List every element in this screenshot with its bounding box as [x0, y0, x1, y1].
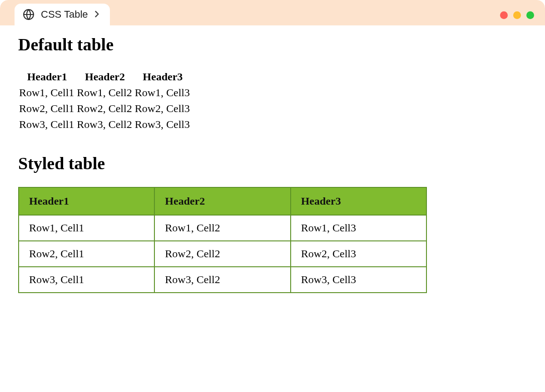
heading-styled-table: Styled table: [18, 154, 527, 173]
table-cell: Row2, Cell1: [18, 102, 76, 118]
table-header-cell: Header1: [19, 187, 154, 215]
tab-title: CSS Table: [41, 9, 88, 20]
table-row: Row1, Cell1 Row1, Cell2 Row1, Cell3: [19, 215, 426, 241]
table-cell: Row3, Cell3: [134, 118, 192, 133]
table-cell: Row1, Cell2: [154, 215, 290, 241]
table-cell: Row1, Cell3: [291, 215, 426, 241]
table-header-cell: Header3: [291, 187, 426, 215]
page-content: Default table Header1 Header2 Header3 Ro…: [0, 25, 545, 303]
browser-tab[interactable]: CSS Table: [15, 4, 110, 25]
table-cell: Row1, Cell1: [19, 215, 154, 241]
table-cell: Row2, Cell2: [76, 102, 134, 118]
table-cell: Row2, Cell2: [154, 241, 290, 267]
window-controls: [500, 11, 534, 25]
window-maximize-button[interactable]: [526, 11, 534, 19]
window-close-button[interactable]: [500, 11, 508, 19]
table-cell: Row2, Cell3: [134, 102, 192, 118]
table-cell: Row1, Cell3: [134, 86, 192, 102]
table-cell: Row3, Cell3: [291, 267, 426, 293]
table-header-row: Header1 Header2 Header3: [19, 187, 426, 215]
table-header-cell: Header1: [18, 70, 76, 86]
table-row: Row3, Cell1 Row3, Cell2 Row3, Cell3: [18, 118, 192, 133]
table-cell: Row1, Cell1: [18, 86, 76, 102]
table-cell: Row3, Cell1: [19, 267, 154, 293]
table-cell: Row3, Cell2: [76, 118, 134, 133]
browser-chrome: CSS Table: [0, 0, 545, 25]
table-row: Row1, Cell1 Row1, Cell2 Row1, Cell3: [18, 86, 192, 102]
chevron-right-icon: [94, 10, 100, 20]
table-cell: Row3, Cell1: [18, 118, 76, 133]
table-cell: Row1, Cell2: [76, 86, 134, 102]
table-cell: Row3, Cell2: [154, 267, 290, 293]
window-minimize-button[interactable]: [513, 11, 521, 19]
table-cell: Row2, Cell3: [291, 241, 426, 267]
table-header-row: Header1 Header2 Header3: [18, 70, 192, 86]
default-table: Header1 Header2 Header3 Row1, Cell1 Row1…: [18, 70, 192, 133]
table-row: Row3, Cell1 Row3, Cell2 Row3, Cell3: [19, 267, 426, 293]
table-row: Row2, Cell1 Row2, Cell2 Row2, Cell3: [18, 102, 192, 118]
heading-default-table: Default table: [18, 35, 527, 54]
styled-table: Header1 Header2 Header3 Row1, Cell1 Row1…: [18, 187, 427, 293]
table-row: Row2, Cell1 Row2, Cell2 Row2, Cell3: [19, 241, 426, 267]
table-header-cell: Header2: [76, 70, 134, 86]
globe-icon: [23, 9, 35, 20]
table-cell: Row2, Cell1: [19, 241, 154, 267]
table-header-cell: Header3: [134, 70, 192, 86]
tab-strip: CSS Table: [11, 0, 110, 25]
table-header-cell: Header2: [154, 187, 290, 215]
